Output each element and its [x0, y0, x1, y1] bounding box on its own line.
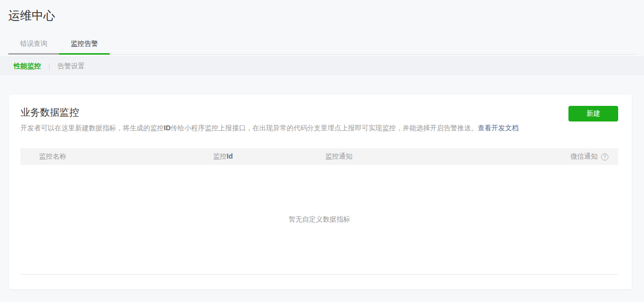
monitor-table-header: 监控名称 监控Id 监控通知 微信通知 ?	[20, 148, 618, 165]
card-description-part1: 开发者可以在这里新建数据指标，将生成的监控	[20, 124, 164, 132]
tab-monitor-alert-label: 监控告警	[71, 40, 98, 47]
empty-state-text: 暂无自定义数据指标	[289, 215, 350, 224]
subnav-item-alert-settings[interactable]: 告警设置	[58, 62, 85, 71]
tab-monitor-alert[interactable]: 监控告警	[59, 35, 110, 54]
column-header-wechat-notify: 微信通知 ?	[570, 152, 618, 161]
column-header-wechat-notify-label: 微信通知	[570, 152, 598, 161]
main-tabstrip: 错误查询 监控告警	[8, 35, 636, 55]
column-header-monitor-id: 监控Id	[213, 152, 325, 161]
sub-navigation: 性能监控 | 告警设置	[0, 57, 644, 75]
help-question-icon[interactable]: ?	[601, 153, 608, 161]
card-description-part2: 传给小程序监控上报接口，在出现异常的代码分支里埋点上报即可实现监控，并能选择开启…	[171, 124, 478, 132]
business-data-monitor-card: 业务数据监控 开发者可以在这里新建数据指标，将生成的监控ID传给小程序监控上报接…	[9, 95, 632, 289]
tab-error-query[interactable]: 错误查询	[8, 35, 59, 54]
page-title: 运维中心	[8, 8, 636, 23]
new-monitor-button[interactable]: 新建	[568, 106, 618, 121]
page-header: 运维中心 错误查询 监控告警	[0, 0, 644, 55]
empty-state: 暂无自定义数据指标	[20, 165, 618, 274]
subnav-divider: |	[48, 62, 50, 70]
column-header-monitor-notify: 监控通知	[325, 152, 570, 161]
card-footer-divider	[20, 274, 618, 275]
tab-error-query-label: 错误查询	[20, 40, 47, 47]
column-header-monitor-id-prefix: 监控	[213, 152, 227, 160]
card-title: 业务数据监控	[20, 105, 519, 119]
main-content: 业务数据监控 开发者可以在这里新建数据指标，将生成的监控ID传给小程序监控上报接…	[0, 75, 644, 289]
card-header-text: 业务数据监控 开发者可以在这里新建数据指标，将生成的监控ID传给小程序监控上报接…	[20, 105, 519, 133]
column-header-monitor-name: 监控名称	[20, 152, 213, 161]
column-header-monitor-id-bold: Id	[227, 152, 233, 160]
card-header: 业务数据监控 开发者可以在这里新建数据指标，将生成的监控ID传给小程序监控上报接…	[20, 105, 618, 133]
view-dev-docs-link[interactable]: 查看开发文档	[478, 124, 519, 132]
subnav-item-performance-monitor[interactable]: 性能监控	[14, 62, 41, 71]
card-description: 开发者可以在这里新建数据指标，将生成的监控ID传给小程序监控上报接口，在出现异常…	[20, 123, 519, 133]
card-description-bold-id: ID	[164, 124, 171, 132]
